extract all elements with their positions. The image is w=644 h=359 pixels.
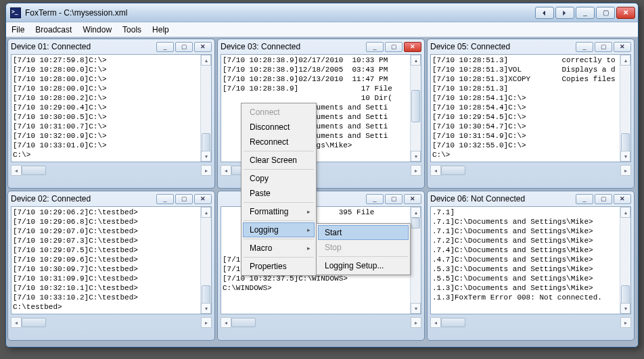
ctx-reconnect[interactable]: Reconnect <box>243 135 315 149</box>
sub-logging-setup[interactable]: Logging Setup... <box>318 258 409 273</box>
child-max-01[interactable]: ▢ <box>175 42 193 52</box>
child-max-04[interactable]: ▢ <box>385 194 402 204</box>
vscrollbar-06[interactable]: ▴ ▾ <box>620 207 630 314</box>
ctx-paste[interactable]: Paste <box>243 186 315 201</box>
scroll-thumb-04[interactable] <box>411 218 420 229</box>
child-close-01[interactable] <box>194 42 212 52</box>
menu-help[interactable]: Help <box>152 25 169 34</box>
scroll-right-03[interactable]: ▸ <box>411 165 421 176</box>
ctx-properties[interactable]: Properties <box>243 259 315 274</box>
sub-stop[interactable]: Stop <box>318 240 409 255</box>
scroll-right-05[interactable]: ▸ <box>620 165 631 176</box>
scroll-left-03[interactable]: ◂ <box>221 165 231 176</box>
hscroll-thumb-02[interactable] <box>22 318 46 327</box>
vscrollbar-03[interactable]: ▴ ▾ <box>410 55 421 162</box>
ctx-logging[interactable]: Logging <box>243 222 315 237</box>
hscroll-thumb-01[interactable] <box>22 166 46 175</box>
ctx-connect[interactable]: Connect <box>243 105 315 120</box>
scroll-up-05[interactable]: ▴ <box>620 55 630 66</box>
menu-broadcast[interactable]: Broadcast <box>35 25 72 34</box>
scroll-up-01[interactable]: ▴ <box>201 55 211 66</box>
child-min-01[interactable]: _ <box>156 42 174 52</box>
hscroll-thumb-05[interactable] <box>441 166 465 175</box>
scroll-down-01[interactable]: ▾ <box>201 151 211 162</box>
hscrollbar-01[interactable]: ◂ ▸ <box>11 164 212 176</box>
titlebar[interactable]: FoxTerm - C:\mysession.xml ⏴ ⏵ _ ▢ <box>6 3 638 22</box>
terminal-01[interactable]: [7/10 10:27:59.8]C:\> [7/10 10:28:00.0]C… <box>11 54 212 162</box>
child-window-device-01[interactable]: Device 01: Connected _ ▢ [7/10 10:27:59.… <box>7 39 215 189</box>
scroll-thumb-05[interactable] <box>621 133 630 152</box>
scroll-thumb-03[interactable] <box>411 90 420 122</box>
child-title-03: Device 03: Connected <box>221 42 366 51</box>
menu-file[interactable]: File <box>12 25 24 34</box>
maximize-button[interactable]: ▢ <box>596 7 615 19</box>
child-min-04[interactable]: _ <box>366 194 384 204</box>
hscrollbar-05[interactable]: ◂ ▸ <box>430 164 631 176</box>
child-min-05[interactable]: _ <box>576 42 593 52</box>
scroll-up-02[interactable]: ▴ <box>201 207 211 218</box>
child-close-02[interactable] <box>194 194 212 204</box>
hscrollbar-06[interactable]: ◂ ▸ <box>430 316 631 329</box>
scroll-down-02[interactable]: ▾ <box>201 303 211 314</box>
ctx-disconnect[interactable]: Disconnect <box>243 120 315 135</box>
child-min-03[interactable]: _ <box>366 42 384 52</box>
child-title-01: Device 01: Connected <box>11 42 156 51</box>
scroll-thumb-06[interactable] <box>621 285 630 304</box>
child-max-06[interactable]: ▢ <box>595 194 612 204</box>
context-menu[interactable]: Connect Disconnect Reconnect Clear Scree… <box>241 103 317 276</box>
terminal-02[interactable]: [7/10 10:29:06.2]C:\testbed> [7/10 10:29… <box>11 206 212 314</box>
hscrollbar-02[interactable]: ◂ ▸ <box>11 316 212 329</box>
child-max-02[interactable]: ▢ <box>175 194 193 204</box>
terminal-06[interactable]: .7.1] .7.1]C:\Documents and Settings\Mik… <box>430 206 631 314</box>
hscroll-thumb-06[interactable] <box>441 318 465 327</box>
menu-window[interactable]: Window <box>83 25 112 34</box>
scroll-left-05[interactable]: ◂ <box>430 165 441 176</box>
close-button[interactable] <box>616 7 635 19</box>
child-close-05[interactable] <box>614 42 631 52</box>
ctx-formatting[interactable]: Formatting <box>243 204 315 219</box>
ctx-macro[interactable]: Macro <box>243 241 315 256</box>
hscroll-thumb-04[interactable] <box>231 318 256 327</box>
scroll-right-04[interactable]: ▸ <box>411 317 421 328</box>
child-close-03[interactable] <box>404 42 421 52</box>
ctx-copy[interactable]: Copy <box>243 171 315 186</box>
minimize-button[interactable]: _ <box>576 7 595 19</box>
child-close-06[interactable] <box>614 194 631 204</box>
scroll-down-03[interactable]: ▾ <box>411 151 421 162</box>
scroll-right-06[interactable]: ▸ <box>620 317 631 328</box>
menu-tools[interactable]: Tools <box>122 25 141 34</box>
scroll-up-03[interactable]: ▴ <box>411 55 421 66</box>
titlebar-prev-button[interactable]: ⏴ <box>535 7 554 19</box>
hscrollbar-04[interactable]: ◂ ▸ <box>221 316 421 329</box>
scroll-down-06[interactable]: ▾ <box>620 303 630 314</box>
child-window-device-06[interactable]: Device 06: Not Connected _ ▢ .7.1] .7.1]… <box>427 191 635 341</box>
scroll-left-04[interactable]: ◂ <box>221 317 231 328</box>
terminal-05[interactable]: [7/10 10:28:51.3] correctly to [7/10 10:… <box>430 54 631 162</box>
scroll-up-06[interactable]: ▴ <box>620 207 630 218</box>
sub-start[interactable]: Start <box>318 225 409 240</box>
vscrollbar-04[interactable]: ▴ ▾ <box>410 207 421 314</box>
child-close-04[interactable] <box>404 194 421 204</box>
scroll-up-04[interactable]: ▴ <box>411 207 421 218</box>
ctx-clear-screen[interactable]: Clear Screen <box>243 153 315 168</box>
scroll-thumb-02[interactable] <box>202 285 210 304</box>
vscrollbar-02[interactable]: ▴ ▾ <box>200 207 211 314</box>
scroll-right-01[interactable]: ▸ <box>201 165 212 176</box>
scroll-down-04[interactable]: ▾ <box>411 303 421 314</box>
child-window-device-02[interactable]: Device 02: Connected _ ▢ [7/10 10:29:06.… <box>7 191 215 341</box>
child-max-05[interactable]: ▢ <box>595 42 612 52</box>
scroll-left-01[interactable]: ◂ <box>11 165 22 176</box>
scroll-left-02[interactable]: ◂ <box>11 317 22 328</box>
scroll-down-05[interactable]: ▾ <box>620 151 630 162</box>
scroll-left-06[interactable]: ◂ <box>430 317 441 328</box>
scroll-thumb-01[interactable] <box>202 133 210 152</box>
vscrollbar-01[interactable]: ▴ ▾ <box>200 55 211 162</box>
logging-submenu[interactable]: Start Stop Logging Setup... <box>316 223 411 275</box>
titlebar-next-button[interactable]: ⏵ <box>555 7 574 19</box>
scroll-right-02[interactable]: ▸ <box>201 317 212 328</box>
child-window-device-05[interactable]: Device 05: Connected _ ▢ [7/10 10:28:51.… <box>427 39 635 189</box>
child-min-06[interactable]: _ <box>576 194 593 204</box>
vscrollbar-05[interactable]: ▴ ▾ <box>620 55 630 162</box>
child-max-03[interactable]: ▢ <box>385 42 402 52</box>
child-min-02[interactable]: _ <box>156 194 174 204</box>
